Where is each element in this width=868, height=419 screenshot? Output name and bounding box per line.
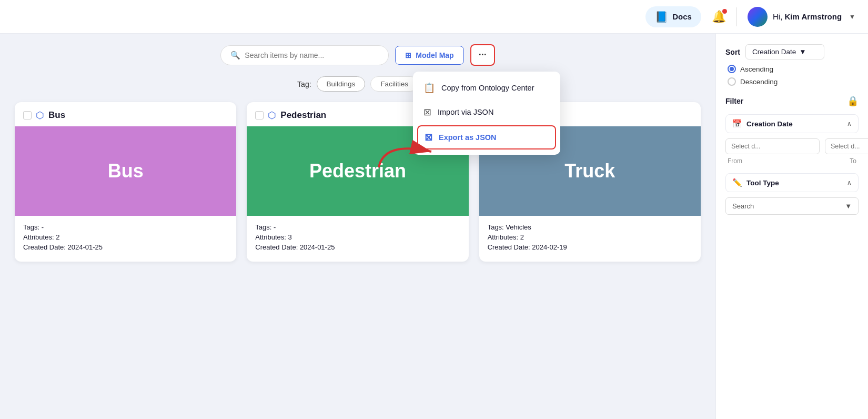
card-pedestrian-meta: Tags: - Attributes: 3 Created Date: 2024… (247, 223, 468, 251)
content-area: 🔍 ⊞ Model Map ··· Tag: Buildings Facilit… (0, 34, 715, 419)
card-bus-meta: Tags: - Attributes: 2 Created Date: 2024… (15, 223, 236, 251)
tags-row: Tag: Buildings Facilities (15, 76, 701, 92)
model-map-button[interactable]: ⊞ Model Map (395, 46, 463, 65)
card-bus-tags: Tags: - (23, 223, 228, 231)
chevron-down-icon: ▼ (849, 13, 855, 21)
tool-type-title: ✏️ Tool Type (732, 178, 779, 187)
descending-radio[interactable] (728, 77, 736, 86)
card-truck-meta: Tags: Vehicles Attributes: 2 Created Dat… (479, 223, 701, 251)
tool-type-filter: ✏️ Tool Type ∧ Search ▼ (725, 173, 859, 215)
tool-type-header[interactable]: ✏️ Tool Type ∧ (725, 173, 859, 192)
ascending-label: Ascending (740, 65, 773, 73)
export-icon: ⊠ (425, 132, 432, 143)
search-input[interactable] (245, 51, 379, 59)
card-bus-attributes: Attributes: 2 (23, 233, 228, 241)
card-pedestrian-checkbox[interactable] (255, 111, 264, 119)
search-box[interactable]: 🔍 (220, 45, 389, 65)
dropdown-import-label: Import via JSON (438, 108, 493, 116)
more-icon: ··· (479, 49, 487, 60)
dropdown-copy-item[interactable]: 📋 Copy from Ontology Center (413, 76, 560, 100)
card-pedestrian-tags: Tags: - (255, 223, 460, 231)
card-truck-created: Created Date: 2024-02-19 (488, 243, 692, 251)
creation-date-header[interactable]: 📅 Creation Date ∧ (725, 114, 859, 133)
header: 📘 Docs 🔔 Hi, Kim Armstrong ▼ (0, 0, 868, 34)
tool-type-dropdown-chevron-icon: ▼ (845, 202, 852, 210)
toolbar: 🔍 ⊞ Model Map ··· (15, 44, 701, 66)
sort-select[interactable]: Creation Date ▼ (745, 44, 824, 59)
creation-date-chevron-icon: ∧ (847, 120, 852, 127)
tool-type-search-label: Search (732, 202, 754, 210)
date-range-row (725, 138, 859, 154)
filter-section-title: Filter 🔒 (725, 95, 859, 107)
sort-row: Sort Creation Date ▼ (725, 44, 859, 59)
bus-type-icon: ⬡ (36, 109, 44, 121)
date-from-input[interactable] (725, 138, 820, 154)
sort-descending-option[interactable]: Descending (728, 77, 859, 86)
dropdown-export-item[interactable]: ⊠ Export as JSON (417, 125, 556, 149)
card-bus-title: Bus (48, 110, 65, 121)
dropdown-import-item[interactable]: ⊠ Import via JSON (413, 100, 560, 124)
tag-chip-buildings[interactable]: Buildings (317, 76, 366, 92)
calendar-icon: 📅 (732, 119, 742, 128)
more-options-button[interactable]: ··· (470, 44, 495, 66)
card-pedestrian-created: Created Date: 2024-01-25 (255, 243, 460, 251)
user-menu[interactable]: Hi, Kim Armstrong ▼ (748, 7, 855, 27)
notification-bell[interactable]: 🔔 (712, 10, 726, 24)
dropdown-copy-label: Copy from Ontology Center (441, 84, 534, 92)
search-icon: 🔍 (230, 51, 240, 60)
ascending-radio[interactable] (728, 65, 736, 73)
creation-date-filter: 📅 Creation Date ∧ From To (725, 114, 859, 165)
creation-date-title: 📅 Creation Date (732, 119, 793, 128)
docs-icon: 📘 (655, 11, 668, 23)
sort-section: Sort Creation Date ▼ Ascending Descendin… (725, 44, 859, 86)
docs-button[interactable]: 📘 Docs (645, 6, 701, 27)
descending-label: Descending (740, 78, 778, 86)
user-greeting: Hi, Kim Armstrong (773, 12, 842, 21)
import-icon: ⊠ (423, 106, 431, 118)
card-bus-header: ⬡ Bus (15, 102, 236, 126)
card-bus-checkbox[interactable] (23, 111, 32, 119)
cards-grid: ⬡ Bus Bus Tags: - Attributes: 2 Created … (15, 102, 701, 262)
pedestrian-type-icon: ⬡ (268, 109, 276, 121)
tool-type-label: Tool Type (746, 179, 779, 187)
tag-chip-facilities[interactable]: Facilities (370, 76, 418, 92)
from-label: From (728, 157, 742, 165)
sort-ascending-option[interactable]: Ascending (728, 65, 859, 73)
avatar (748, 7, 768, 27)
card-pedestrian-attributes: Attributes: 3 (255, 233, 460, 241)
copy-icon: 📋 (423, 82, 435, 94)
header-divider (736, 7, 737, 26)
tag-label: Tag: (297, 80, 311, 88)
card-bus: ⬡ Bus Bus Tags: - Attributes: 2 Created … (15, 102, 236, 262)
dropdown-export-label: Export as JSON (439, 133, 497, 142)
sort-label: Sort (725, 48, 740, 56)
lock-icon: 🔒 (847, 95, 859, 107)
dropdown-menu: 📋 Copy from Ontology Center ⊠ Import via… (413, 72, 560, 155)
right-panel: Sort Creation Date ▼ Ascending Descendin… (715, 34, 868, 419)
tool-type-search-dropdown[interactable]: Search ▼ (725, 197, 859, 215)
to-label: To (850, 157, 856, 165)
card-truck-attributes: Attributes: 2 (488, 233, 692, 241)
tool-type-chevron-icon: ∧ (847, 179, 852, 186)
model-map-label: Model Map (416, 51, 453, 59)
model-map-icon: ⊞ (405, 51, 411, 59)
date-from-to-labels: From To (725, 157, 859, 165)
creation-date-label: Creation Date (746, 120, 793, 128)
docs-label: Docs (672, 12, 692, 21)
card-bus-created: Created Date: 2024-01-25 (23, 243, 228, 251)
tool-icon: ✏️ (732, 178, 742, 187)
sort-radio-group: Ascending Descending (728, 65, 859, 86)
card-pedestrian-title: Pedestrian (280, 110, 326, 121)
filter-label: Filter (725, 97, 743, 105)
date-to-input[interactable] (825, 138, 868, 154)
card-truck-tags: Tags: Vehicles (488, 223, 692, 231)
notification-dot (722, 9, 727, 14)
sort-value: Creation Date (752, 48, 796, 56)
card-bus-image: Bus (15, 126, 236, 216)
sort-chevron-icon: ▼ (799, 48, 806, 56)
